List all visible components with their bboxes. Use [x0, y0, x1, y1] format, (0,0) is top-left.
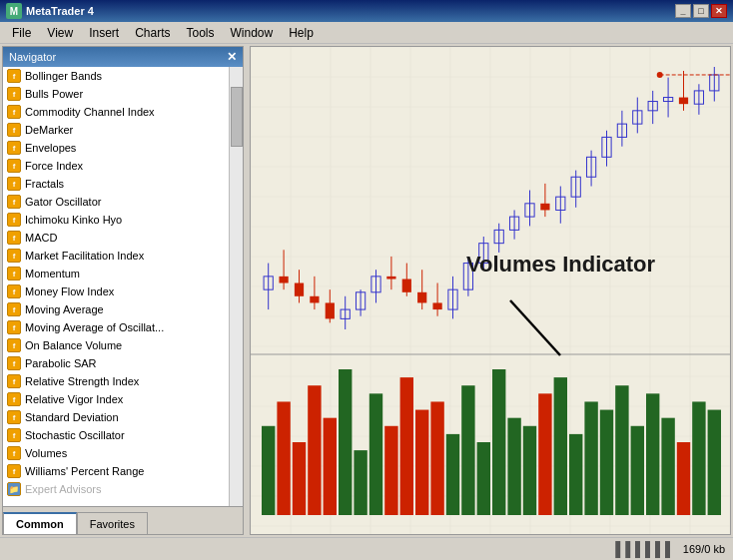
indicator-icon: f [7, 338, 21, 352]
list-item[interactable]: f Moving Average of Oscillat... [3, 318, 243, 336]
list-item[interactable]: f Market Facilitation Index [3, 247, 243, 265]
list-item[interactable]: f Bollinger Bands [3, 67, 243, 85]
app-title: MetaTrader 4 [26, 5, 94, 17]
indicator-icon: f [7, 284, 21, 298]
menu-file[interactable]: File [4, 24, 39, 42]
close-button[interactable]: ✕ [711, 4, 727, 18]
list-item[interactable]: f Stochastic Oscillator [3, 426, 243, 444]
list-item[interactable]: f Volumes [3, 444, 243, 462]
indicator-label: Standard Deviation [25, 411, 119, 423]
menu-charts[interactable]: Charts [127, 24, 178, 42]
indicator-label: Parabolic SAR [25, 357, 97, 369]
indicator-label: Envelopes [25, 142, 76, 154]
indicator-icon: f [7, 302, 21, 316]
indicator-label: Gator Oscillator [25, 196, 101, 208]
indicator-icon: f [7, 356, 21, 370]
list-item[interactable]: f Force Index [3, 157, 243, 175]
navigator-scrollbar[interactable] [229, 67, 243, 506]
chart-canvas [251, 47, 731, 535]
indicator-label: Volumes [25, 447, 67, 459]
tab-favorites[interactable]: Favorites [77, 512, 148, 534]
list-item[interactable]: f Gator Oscillator [3, 193, 243, 211]
title-bar-left: M MetaTrader 4 [6, 3, 94, 19]
list-item[interactable]: f Parabolic SAR [3, 354, 243, 372]
indicator-icon: f [7, 123, 21, 137]
indicator-icon: f [7, 105, 21, 119]
indicator-label: On Balance Volume [25, 339, 122, 351]
expert-advisors-label: Expert Advisors [25, 483, 101, 495]
navigator-list: f Bollinger Bands f Bulls Power f Commod… [3, 67, 243, 506]
title-bar: M MetaTrader 4 _ □ ✕ [0, 0, 733, 22]
panel-resizer[interactable] [244, 46, 248, 535]
menu-tools[interactable]: Tools [179, 24, 223, 42]
list-item[interactable]: f Fractals [3, 175, 243, 193]
chart-area[interactable]: Volumes Indicator [250, 46, 731, 535]
indicator-label: Commodity Channel Index [25, 106, 155, 118]
list-item[interactable]: f Momentum [3, 265, 243, 282]
list-item[interactable]: f Money Flow Index [3, 282, 243, 300]
menu-view[interactable]: View [39, 24, 81, 42]
list-item[interactable]: f DeMarker [3, 121, 243, 139]
list-item[interactable]: f MACD [3, 229, 243, 247]
navigator-scroll-thumb[interactable] [231, 87, 243, 147]
indicator-icon: f [7, 374, 21, 388]
list-item[interactable]: 📁 Expert Advisors [3, 480, 243, 498]
indicator-label: Relative Vigor Index [25, 393, 123, 405]
indicator-label: DeMarker [25, 124, 73, 136]
navigator-tabs: Common Favorites [3, 506, 243, 534]
menu-bar: File View Insert Charts Tools Window Hel… [0, 22, 733, 44]
indicator-label: MACD [25, 232, 57, 244]
app-icon: M [6, 3, 22, 19]
indicator-label: Market Facilitation Index [25, 250, 144, 262]
indicator-label: Ichimoku Kinko Hyo [25, 214, 122, 226]
minimize-button[interactable]: _ [675, 4, 691, 18]
list-item[interactable]: f Moving Average [3, 300, 243, 318]
list-item[interactable]: f Envelopes [3, 139, 243, 157]
indicator-icon: f [7, 267, 21, 280]
tab-common[interactable]: Common [3, 512, 77, 534]
list-item[interactable]: f Relative Strength Index [3, 372, 243, 390]
indicator-label: Momentum [25, 268, 80, 280]
indicator-icon: f [7, 213, 21, 227]
status-bar: ▌▌▌▌▌▌ 169/0 kb [0, 537, 733, 559]
list-item[interactable]: f Standard Deviation [3, 408, 243, 426]
indicator-icon: f [7, 231, 21, 245]
indicator-label: Bollinger Bands [25, 70, 102, 82]
navigator-close-button[interactable]: ✕ [227, 50, 237, 64]
indicator-icon: f [7, 195, 21, 209]
menu-window[interactable]: Window [223, 24, 282, 42]
indicator-icon: f [7, 464, 21, 478]
indicator-icon: f [7, 249, 21, 263]
list-item[interactable]: f Ichimoku Kinko Hyo [3, 211, 243, 229]
list-item[interactable]: f Bulls Power [3, 85, 243, 103]
indicator-icon: f [7, 392, 21, 406]
indicator-icon: f [7, 87, 21, 101]
indicator-icon: f [7, 410, 21, 424]
list-item[interactable]: f Relative Vigor Index [3, 390, 243, 408]
indicator-label: Fractals [25, 178, 64, 190]
indicator-icon: f [7, 320, 21, 334]
indicator-icon: f [7, 446, 21, 460]
indicator-label: Moving Average of Oscillat... [25, 321, 164, 333]
indicator-label: Williams' Percent Range [25, 465, 144, 477]
indicator-label: Bulls Power [25, 88, 83, 100]
status-bars-icon: ▌▌▌▌▌▌ [615, 541, 675, 557]
indicator-label: Relative Strength Index [25, 375, 139, 387]
indicator-label: Moving Average [25, 303, 104, 315]
indicator-icon: f [7, 428, 21, 442]
list-item[interactable]: f Williams' Percent Range [3, 462, 243, 480]
indicator-label: Force Index [25, 160, 83, 172]
navigator-panel: Navigator ✕ f Bollinger Bands f Bulls Po… [2, 46, 244, 535]
folder-icon: 📁 [7, 482, 21, 496]
title-bar-controls: _ □ ✕ [675, 4, 727, 18]
indicator-icon: f [7, 159, 21, 173]
list-item[interactable]: f Commodity Channel Index [3, 103, 243, 121]
menu-help[interactable]: Help [281, 24, 322, 42]
memory-usage: 169/0 kb [683, 543, 725, 555]
maximize-button[interactable]: □ [693, 4, 709, 18]
list-item[interactable]: f On Balance Volume [3, 336, 243, 354]
indicator-label: Money Flow Index [25, 285, 114, 297]
navigator-header: Navigator ✕ [3, 47, 243, 67]
indicator-icon: f [7, 177, 21, 191]
menu-insert[interactable]: Insert [81, 24, 127, 42]
